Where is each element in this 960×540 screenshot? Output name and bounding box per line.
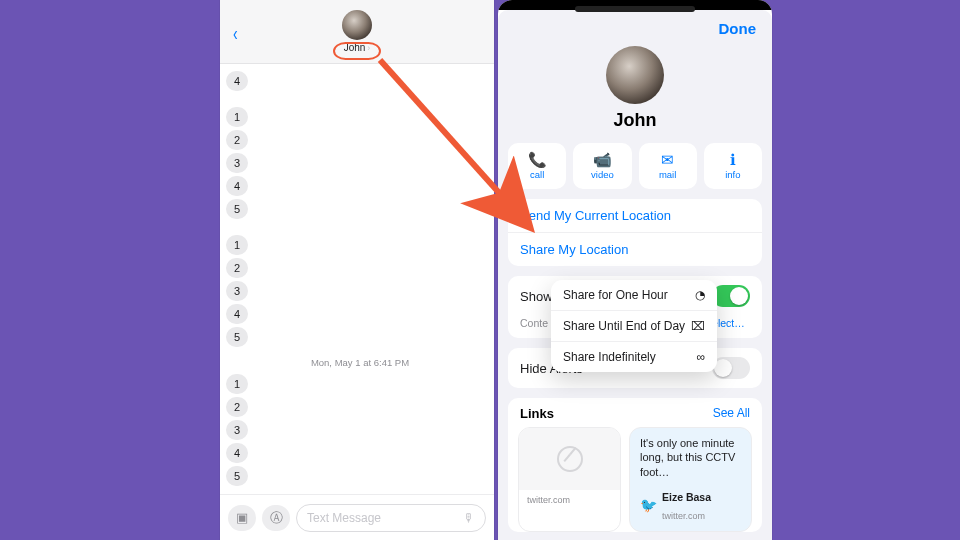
share-one-hour-item[interactable]: Share for One Hour ◔	[551, 280, 717, 310]
call-button[interactable]: 📞 call	[508, 143, 566, 189]
message-bubble[interactable]: 1	[226, 107, 248, 127]
message-bubble[interactable]: 2	[226, 130, 248, 150]
share-indefinitely-item[interactable]: Share Indefinitely ∞	[551, 341, 717, 372]
message-bubble[interactable]: 1	[226, 235, 248, 255]
links-header: Links	[520, 406, 554, 421]
contact-avatar-large[interactable]	[606, 46, 664, 104]
video-icon: 📹	[593, 152, 612, 167]
contact-hero: John	[498, 46, 772, 131]
video-label: video	[591, 169, 614, 180]
camera-icon: ▣	[236, 510, 248, 525]
share-end-of-day-item[interactable]: Share Until End of Day ⌧	[551, 310, 717, 341]
see-all-link[interactable]: See All	[713, 406, 750, 421]
hide-alerts-toggle[interactable]	[712, 357, 750, 379]
appstore-button[interactable]: Ⓐ	[262, 505, 290, 531]
twitter-bird-icon: 🐦	[640, 497, 656, 513]
info-label: info	[725, 169, 740, 180]
message-bubble[interactable]: 5	[226, 327, 248, 347]
back-chevron-icon[interactable]: ‹	[233, 22, 238, 45]
message-bubble[interactable]: 2	[226, 397, 248, 417]
message-bubble[interactable]: 3	[226, 420, 248, 440]
mail-label: mail	[659, 169, 676, 180]
compass-icon	[557, 446, 583, 472]
link-card[interactable]: twitter.com	[518, 427, 621, 532]
contact-sheet: Done John 📞 call 📹 video ✉︎ mail	[498, 0, 772, 540]
links-group: Links See All twitter.com It's only one …	[508, 398, 762, 532]
camera-button[interactable]: ▣	[228, 505, 256, 531]
tweet-card[interactable]: It's only one minute long, but this CCTV…	[629, 427, 752, 532]
message-placeholder: Text Message	[307, 511, 381, 525]
mail-button[interactable]: ✉︎ mail	[639, 143, 697, 189]
message-bubble[interactable]: 5	[226, 466, 248, 486]
message-bubble[interactable]: 4	[226, 304, 248, 324]
appstore-icon: Ⓐ	[270, 509, 283, 527]
share-my-location-row[interactable]: Share My Location	[508, 232, 762, 266]
message-bubble[interactable]: 3	[226, 153, 248, 173]
message-bubble[interactable]: 2	[226, 258, 248, 278]
info-button[interactable]: ℹ︎ info	[704, 143, 762, 189]
contact-name-label: John	[344, 42, 366, 53]
mic-icon[interactable]: 🎙	[463, 511, 475, 525]
messages-scroll[interactable]: 4 1 2 3 4 5 1 2 3 4 5 Mon, May 1 at 6:41…	[220, 64, 494, 494]
share-location-popover: Share for One Hour ◔ Share Until End of …	[551, 280, 717, 372]
tweet-source: twitter.com	[662, 511, 705, 521]
message-bubble[interactable]: 3	[226, 281, 248, 301]
show-in-shared-toggle[interactable]	[712, 285, 750, 307]
sheet-grabber[interactable]	[498, 0, 772, 10]
message-bubble[interactable]: 1	[226, 374, 248, 394]
infinity-icon: ∞	[696, 350, 705, 364]
contact-header[interactable]: John ›	[342, 10, 372, 53]
call-label: call	[530, 169, 544, 180]
message-bubble[interactable]: 4	[226, 443, 248, 463]
message-input[interactable]: Text Message 🎙	[296, 504, 486, 532]
calendar-icon: ⌧	[691, 319, 705, 333]
message-bubble[interactable]: 4	[226, 176, 248, 196]
messages-screen: ‹ John › 4 1 2 3 4 5 1 2	[220, 0, 494, 540]
message-bubble[interactable]: 4	[226, 71, 248, 91]
chevron-right-icon: ›	[367, 43, 370, 53]
done-button[interactable]: Done	[719, 20, 757, 37]
tweet-text: It's only one minute long, but this CCTV…	[640, 436, 741, 479]
messages-header: ‹ John ›	[220, 0, 494, 64]
message-composer: ▣ Ⓐ Text Message 🎙	[220, 494, 494, 540]
location-group: Send My Current Location Share My Locati…	[508, 199, 762, 266]
link-source: twitter.com	[519, 490, 620, 511]
clock-icon: ◔	[695, 288, 705, 302]
send-current-location-row[interactable]: Send My Current Location	[508, 199, 762, 232]
show-in-shared-label: Show	[520, 289, 553, 304]
message-bubble[interactable]: 5	[226, 199, 248, 219]
tweet-author: Eize Basa	[662, 491, 711, 503]
contact-action-row: 📞 call 📹 video ✉︎ mail ℹ︎ info	[498, 131, 772, 199]
timestamp-label: Mon, May 1 at 6:41 PM	[226, 357, 494, 368]
contact-avatar-small[interactable]	[342, 10, 372, 40]
info-icon: ℹ︎	[730, 152, 736, 167]
phone-icon: 📞	[528, 152, 547, 167]
mail-icon: ✉︎	[661, 152, 674, 167]
contact-hero-name: John	[614, 110, 657, 131]
video-button[interactable]: 📹 video	[573, 143, 631, 189]
